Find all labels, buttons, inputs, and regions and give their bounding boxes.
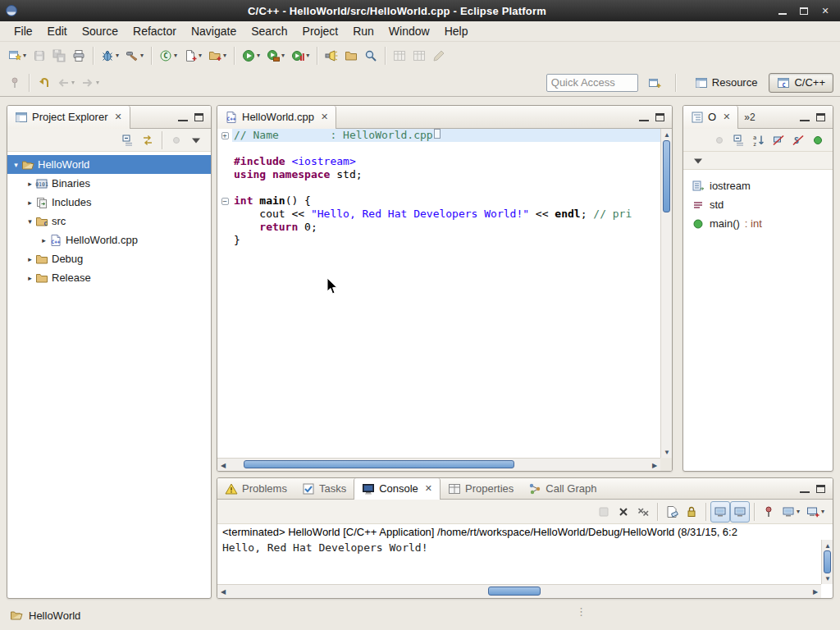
perspective-cpp-button[interactable]: CC/C++	[769, 73, 833, 93]
scroll-left-icon[interactable]: ◀	[217, 586, 229, 597]
outline-item-std[interactable]: std	[683, 195, 833, 214]
tab-console[interactable]: Console✕	[354, 478, 441, 500]
scrollbar-thumb[interactable]	[663, 140, 670, 212]
outline-item-main[interactable]: main() : int	[683, 214, 833, 233]
twisty-icon[interactable]: ▸	[39, 236, 49, 244]
hidden-tabs-indicator[interactable]: »2	[738, 112, 760, 123]
tree-item-includes[interactable]: ▸Includes	[7, 193, 211, 212]
hide-non-public-button[interactable]	[808, 130, 828, 151]
menu-help[interactable]: Help	[437, 22, 476, 40]
twisty-icon[interactable]: ▸	[25, 255, 35, 263]
collapsed-region-indicator[interactable]	[434, 129, 441, 139]
minimize-view-button[interactable]	[639, 113, 649, 121]
collapse-all-button[interactable]	[118, 130, 138, 151]
dropdown-caret-icon[interactable]: ▾	[257, 52, 260, 59]
dropdown-caret-icon[interactable]: ▾	[96, 79, 99, 86]
maximize-view-button[interactable]	[816, 113, 825, 121]
build-button[interactable]: ▾	[122, 45, 147, 66]
scroll-up-icon[interactable]: ▲	[661, 129, 673, 140]
open-resource-button[interactable]	[341, 45, 361, 66]
twisty-icon[interactable]: ▾	[11, 161, 21, 169]
new-wizard-button[interactable]: ▾	[5, 45, 30, 66]
menu-search[interactable]: Search	[244, 22, 294, 40]
view-menu-button[interactable]	[688, 150, 708, 171]
perspective-resource-button[interactable]: Resource	[687, 73, 766, 93]
code-line-4[interactable]: using namespace std;	[217, 168, 660, 181]
debug-button[interactable]: ▾	[98, 45, 122, 66]
code-line-2[interactable]	[217, 142, 660, 155]
fold-collapse-icon[interactable]: −	[217, 194, 232, 208]
editor-vertical-scrollbar[interactable]: ▲ ▼	[660, 129, 672, 458]
hide-static-button[interactable]: S	[788, 130, 808, 151]
new-cpp-class-button[interactable]: C▾	[156, 45, 180, 66]
dropdown-caret-icon[interactable]: ▾	[116, 52, 119, 59]
hide-fields-button[interactable]	[769, 130, 788, 151]
code-line-8[interactable]: return 0;	[217, 221, 660, 234]
dropdown-caret-icon[interactable]: ▾	[821, 508, 824, 515]
open-console-button[interactable]: ▾	[803, 501, 828, 523]
new-cpp-project-button[interactable]: ▾	[205, 45, 230, 66]
minimize-view-button[interactable]	[178, 113, 188, 121]
close-window-button[interactable]: ✕	[819, 4, 832, 17]
menu-file[interactable]: File	[7, 22, 40, 40]
console-output[interactable]: Hello, Red Hat Developers World!	[217, 540, 821, 584]
dropdown-caret-icon[interactable]: ▾	[281, 52, 285, 59]
scrollbar-thumb[interactable]	[488, 587, 541, 596]
scroll-lock-button[interactable]	[682, 501, 701, 523]
tab-tasks[interactable]: Tasks	[294, 478, 354, 500]
link-with-editor-button[interactable]	[138, 130, 158, 151]
new-cpp-file-button[interactable]: ▾	[180, 45, 205, 66]
dropdown-caret-icon[interactable]: ▾	[223, 52, 226, 59]
twisty-icon[interactable]: ▸	[25, 199, 35, 207]
scroll-down-icon[interactable]: ▼	[822, 573, 833, 584]
tab-call-graph[interactable]: Call Graph	[521, 478, 604, 500]
console-vertical-scrollbar[interactable]: ▲ ▼	[821, 540, 833, 584]
minimize-window-button[interactable]	[776, 4, 789, 17]
editor-horizontal-scrollbar[interactable]: ◀ ▶	[217, 458, 660, 471]
scrollbar-thumb[interactable]	[244, 460, 514, 468]
sash-handle[interactable]: ⋮	[576, 605, 587, 618]
pin-console-button[interactable]	[759, 501, 778, 523]
tree-item-binaries[interactable]: ▸0101Binaries	[7, 174, 211, 193]
scroll-right-icon[interactable]: ▶	[649, 459, 660, 471]
code-line-1[interactable]: +// Name : HelloWorld.cpp	[217, 129, 660, 142]
tab-helloworld-cpp[interactable]: C++ HelloWorld.cpp ✕	[217, 106, 336, 129]
code-line-9[interactable]: }	[217, 234, 660, 247]
maximize-view-button[interactable]	[655, 113, 664, 121]
menu-run[interactable]: Run	[345, 22, 381, 40]
collapse-all-button[interactable]	[729, 130, 749, 151]
profile-button[interactable]: ▾	[288, 45, 313, 66]
menu-project[interactable]: Project	[295, 22, 346, 40]
close-view-icon[interactable]: ✕	[723, 112, 730, 122]
quick-access-input[interactable]	[546, 74, 638, 92]
display-selected-console-button[interactable]: ▾	[778, 501, 803, 523]
fold-expand-icon[interactable]: +	[217, 129, 232, 142]
tree-item-helloworld[interactable]: ▾HelloWorld	[7, 155, 211, 174]
minimize-view-button[interactable]	[800, 485, 810, 493]
tree-item-src[interactable]: ▾Csrc	[7, 212, 211, 231]
code-line-3[interactable]: #include <iostream>	[217, 155, 660, 168]
dropdown-caret-icon[interactable]: ▾	[797, 508, 800, 515]
close-view-icon[interactable]: ✕	[425, 483, 432, 494]
twisty-icon[interactable]: ▸	[25, 180, 35, 188]
open-element-button[interactable]	[322, 45, 341, 66]
twisty-icon[interactable]: ▾	[25, 217, 35, 226]
scrollbar-thumb[interactable]	[824, 550, 831, 573]
dropdown-caret-icon[interactable]: ▾	[140, 52, 144, 59]
code-line-5[interactable]	[217, 181, 660, 194]
run-button[interactable]: ▾	[239, 45, 263, 66]
close-view-icon[interactable]: ✕	[114, 112, 121, 122]
search-button[interactable]	[361, 45, 381, 66]
sort-button[interactable]: az	[749, 130, 769, 151]
view-menu-button[interactable]	[186, 130, 206, 151]
open-perspective-button[interactable]	[645, 72, 664, 94]
tab-properties[interactable]: Properties	[441, 478, 521, 500]
dropdown-caret-icon[interactable]: ▾	[199, 52, 202, 59]
last-edit-location-button[interactable]	[34, 72, 53, 94]
tree-item-release[interactable]: ▸Release	[7, 268, 211, 287]
menu-window[interactable]: Window	[381, 22, 437, 40]
tab-outline[interactable]: O ✕	[683, 106, 738, 129]
close-editor-icon[interactable]: ✕	[321, 112, 328, 122]
menu-source[interactable]: Source	[75, 22, 126, 40]
console-horizontal-scrollbar[interactable]: ◀ ▶	[217, 584, 821, 598]
